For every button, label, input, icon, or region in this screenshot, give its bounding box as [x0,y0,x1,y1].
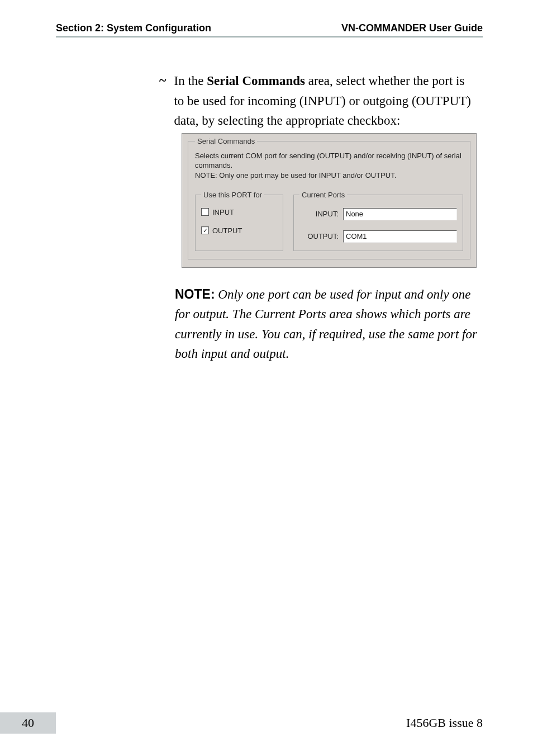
inner-fieldsets-row: Use this PORT for INPUT ✓ OUTPUT Current… [195,191,463,251]
bullet-pre: In the [174,74,207,88]
current-output-label: OUTPUT: [299,232,339,240]
dialog-description: Selects current COM port for sending (OU… [195,151,463,181]
output-checkbox-row: ✓ OUTPUT [201,226,277,235]
current-ports-fieldset: Current Ports INPUT: None OUTPUT: COM1 [293,191,463,251]
output-checkbox-label: OUTPUT [212,226,242,235]
page-footer: 40 I456GB issue 8 [0,712,533,734]
current-output-field[interactable]: COM1 [343,230,457,243]
desc-line2: NOTE: Only one port may be used for INPU… [195,171,463,181]
current-output-row: OUTPUT: COM1 [299,230,457,243]
input-checkbox-row: INPUT [201,208,277,216]
current-input-row: INPUT: None [299,208,457,220]
note-body: Only one port can be used for input and … [175,287,477,361]
instruction-bullet: ~ In the Serial Commands area, select wh… [159,71,477,131]
serial-commands-dialog: Serial Commands Selects current COM port… [182,133,477,268]
current-input-field[interactable]: None [343,208,457,220]
page-number: 40 [0,712,56,734]
note-label: NOTE: [175,287,215,301]
current-ports-legend: Current Ports [299,191,347,199]
header-left: Section 2: System Configuration [56,22,211,34]
page-header: Section 2: System Configuration VN-COMMA… [56,22,483,37]
content-area: ~ In the Serial Commands area, select wh… [56,37,483,364]
note-paragraph: NOTE: Only one port can be used for inpu… [175,285,477,365]
current-input-label: INPUT: [299,210,339,218]
use-port-legend: Use this PORT for [201,191,264,199]
desc-line1: Selects current COM port for sending (OU… [195,151,463,171]
issue-label: I456GB issue 8 [406,716,483,730]
serial-commands-legend: Serial Commands [195,137,257,145]
bullet-strong: Serial Commands [207,74,305,88]
header-right: VN-COMMANDER User Guide [341,22,483,34]
use-port-fieldset: Use this PORT for INPUT ✓ OUTPUT [195,191,283,251]
output-checkbox[interactable]: ✓ [201,226,209,234]
input-checkbox-label: INPUT [212,208,234,216]
bullet-mark: ~ [159,71,166,90]
input-checkbox[interactable] [201,208,209,216]
bullet-text: In the Serial Commands area, select whet… [174,71,477,131]
serial-commands-fieldset: Serial Commands Selects current COM port… [188,137,470,259]
page: Section 2: System Configuration VN-COMMA… [0,0,533,756]
